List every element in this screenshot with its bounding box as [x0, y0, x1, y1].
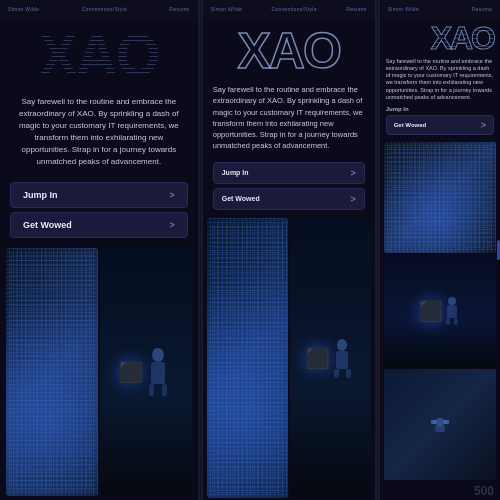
panel-3-image-1-glow [384, 142, 496, 253]
panel-1-jump-in-chevron: > [169, 190, 174, 200]
panel-1-buttons: Jump In > Get Wowed > [0, 176, 198, 244]
svg-rect-10 [446, 318, 450, 325]
panel-3-get-wowed-button[interactable]: Get Wowed > [386, 115, 494, 135]
panel-1-image-2 [100, 248, 192, 496]
panel-2-header-middle: Conventions/Style [271, 6, 316, 12]
svg-rect-11 [454, 318, 458, 325]
panel-2: Simon Wilde Conventions/Style Resume XAO… [203, 0, 375, 500]
panel-2-image-grid [203, 216, 375, 501]
svg-rect-14 [431, 420, 436, 424]
panel-3-bottom-number: 500 [380, 482, 500, 500]
panel-3-jump-label: Jump In [380, 103, 500, 113]
svg-rect-1 [151, 362, 165, 384]
panel-2-header-left: Simon Wilde [211, 6, 242, 12]
divider-2 [377, 0, 378, 500]
svg-rect-13 [435, 425, 445, 432]
svg-point-12 [435, 418, 445, 426]
panel-1-image-1 [6, 248, 98, 496]
panel-1-logo-container: XAO [0, 18, 198, 88]
panel-3-person-silhouette [443, 296, 461, 326]
panel-1-jump-in-label: Jump In [23, 190, 58, 200]
panel-1-description: Say farewell to the routine and embrace … [0, 88, 198, 176]
panel-2-get-wowed-label: Get Wowed [222, 195, 260, 202]
panel-3-image-1 [384, 142, 496, 253]
panel-3-header: Simon Wilde Resume [380, 0, 500, 18]
panel-2-get-wowed-chevron: > [350, 194, 355, 204]
panel-2-buttons: Jump In > Get Wowed > [203, 156, 375, 216]
panel-2-jump-in-label: Jump In [222, 169, 249, 176]
svg-rect-6 [334, 369, 339, 378]
panel-3-vr-silhouette [429, 414, 451, 434]
panel-3-image-3 [384, 369, 496, 480]
panel-1-image-grid [0, 244, 198, 500]
svg-rect-7 [346, 369, 351, 378]
panel-2-logo-container: XAO [203, 18, 375, 80]
svg-rect-15 [444, 420, 449, 424]
panel-1-person-silhouette [143, 347, 173, 397]
panel-3-header-right: Resume [472, 6, 492, 12]
panel-3-image-stack [380, 140, 500, 482]
panel-2-header: Simon Wilde Conventions/Style Resume [203, 0, 375, 18]
panel-1-get-wowed-chevron: > [169, 220, 174, 230]
svg-rect-2 [149, 384, 154, 396]
panel-2-description: Say farewell to the routine and embrace … [203, 80, 375, 156]
panel-1-header-middle: Conventions/Style [82, 6, 127, 12]
panel-2-jump-in-button[interactable]: Jump In > [213, 162, 365, 184]
panel-3-get-wowed-label: Get Wowed [394, 122, 427, 128]
panel-3-buttons: Get Wowed > [380, 113, 500, 140]
panel-3: Simon Wilde Resume XAO Say farewell to t… [380, 0, 500, 500]
panel-1-header-left: Simon Wilde [8, 6, 39, 12]
panel-3-description: Say farewell to the routine and embrace … [380, 56, 500, 103]
panel-2-logo: XAO [213, 26, 365, 76]
svg-rect-9 [447, 305, 457, 318]
panel-3-header-left: Simon Wilde [388, 6, 419, 12]
panel-2-image-1-glow [207, 218, 288, 499]
svg-point-8 [448, 297, 456, 305]
panel-1-header: Simon Wilde Conventions/Style Resume [0, 0, 198, 18]
panel-3-logo-container: XAO [380, 18, 500, 56]
panel-1-jump-in-button[interactable]: Jump In > [10, 182, 188, 208]
divider-1 [200, 0, 201, 500]
svg-rect-3 [162, 384, 167, 396]
panel-2-get-wowed-button[interactable]: Get Wowed > [213, 188, 365, 210]
panel-1-logo: XAO [10, 26, 188, 84]
panel-1-image-1-glow [6, 248, 98, 496]
panel-1-header-right: Resume [169, 6, 189, 12]
panel-3-get-wowed-chevron: > [481, 120, 486, 130]
panel-2-jump-in-chevron: > [350, 168, 355, 178]
panel-1-get-wowed-label: Get Wowed [23, 220, 72, 230]
svg-point-0 [152, 348, 164, 362]
panel-1-get-wowed-button[interactable]: Get Wowed > [10, 212, 188, 238]
panel-2-image-1 [207, 218, 288, 499]
panel-2-image-2 [290, 218, 371, 499]
panel-3-logo: XAO [386, 22, 494, 54]
panel-2-person-silhouette [330, 338, 355, 378]
svg-rect-5 [336, 351, 348, 369]
svg-point-4 [337, 339, 347, 351]
panel-2-header-right: Resume [346, 6, 366, 12]
panel-3-image-2 [384, 255, 496, 366]
panel-1: Simon Wilde Conventions/Style Resume XAO… [0, 0, 198, 500]
